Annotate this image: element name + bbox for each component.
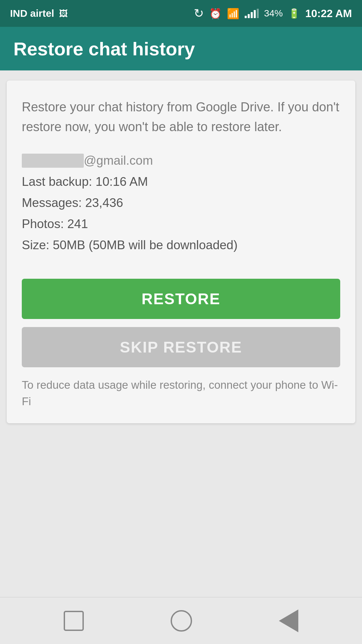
status-right: ↻ ⏰ 📶 34% 🔋 10:22 AM (194, 6, 352, 20)
restore-card: Restore your chat history from Google Dr… (7, 80, 355, 423)
time: 10:22 AM (305, 7, 352, 20)
email-domain: @gmail.com (84, 154, 153, 167)
back-button[interactable] (279, 609, 298, 632)
backup-info: @gmail.com Last backup: 10:16 AM Message… (22, 154, 340, 255)
alarm-icon: ⏰ (209, 8, 222, 19)
screenshot-icon: 🖼 (59, 8, 68, 19)
app-bar: Restore chat history (0, 27, 362, 70)
backup-email: @gmail.com (22, 154, 340, 168)
messages-count: Messages: 23,436 (22, 193, 340, 213)
description-text: Restore your chat history from Google Dr… (22, 97, 340, 137)
back-icon (279, 609, 298, 632)
nav-bar (0, 597, 362, 644)
battery-percent: 34% (264, 8, 283, 19)
home-button[interactable] (171, 610, 192, 632)
recents-button[interactable] (64, 611, 84, 631)
home-icon (171, 610, 192, 632)
restore-button[interactable]: RESTORE (22, 279, 340, 319)
battery-icon: 🔋 (288, 8, 300, 19)
size-info: Size: 50MB (50MB will be downloaded) (22, 235, 340, 255)
wifi-note: To reduce data usage while restoring, co… (22, 377, 340, 410)
status-left: IND airtel 🖼 (10, 8, 68, 19)
sync-icon: ↻ (194, 6, 204, 20)
skip-restore-button[interactable]: SKIP RESTORE (22, 327, 340, 367)
main-content: Restore your chat history from Google Dr… (0, 70, 362, 597)
email-blurred (22, 154, 84, 168)
signal-icon (245, 9, 259, 18)
last-backup: Last backup: 10:16 AM (22, 172, 340, 192)
wifi-icon: 📶 (227, 8, 239, 19)
app-bar-title: Restore chat history (13, 38, 195, 60)
status-bar: IND airtel 🖼 ↻ ⏰ 📶 34% 🔋 10:22 AM (0, 0, 362, 27)
photos-count: Photos: 241 (22, 214, 340, 234)
recents-icon (64, 611, 84, 631)
carrier-text: IND airtel (10, 8, 54, 19)
